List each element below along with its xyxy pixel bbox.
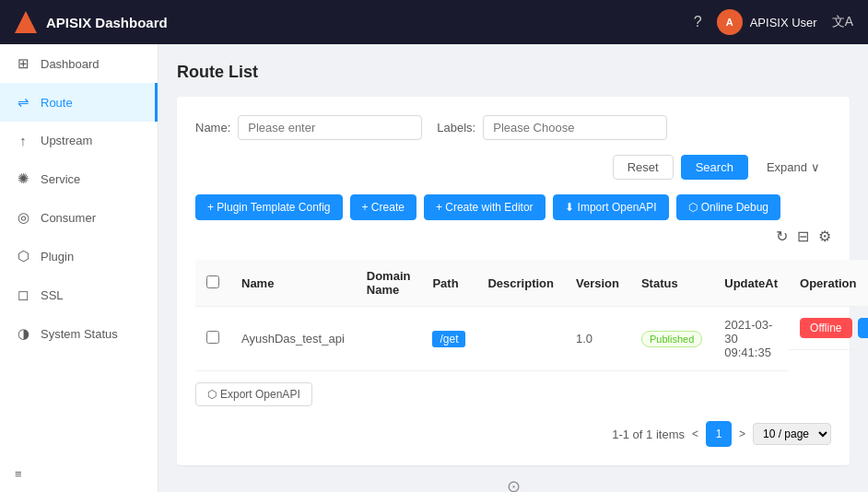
sidebar-label-upstream: Upstream (41, 134, 92, 147)
col-operation: Operation (789, 260, 868, 307)
github-icon: ⊙ (188, 476, 839, 492)
row-checkbox[interactable] (206, 331, 219, 344)
export-section: ⬡ Export OpenAPI (195, 382, 831, 406)
name-label: Name: (195, 121, 230, 135)
col-description: Description (476, 260, 565, 307)
col-status: Status (630, 260, 713, 307)
toolbar-row: + Plugin Template Config + Create + Crea… (195, 194, 831, 245)
sidebar-collapse[interactable]: ≡ (0, 456, 158, 492)
col-domain-name: Domain Name (356, 260, 422, 307)
search-button[interactable]: Search (681, 155, 748, 180)
user-name: APISIX User (750, 16, 817, 29)
route-icon: ⇌ (15, 94, 31, 111)
footer: ⊙ Copyright © 2021 Apache APISIX (177, 465, 850, 492)
sidebar-label-consumer: Consumer (41, 211, 96, 225)
create-editor-button[interactable]: + Create with Editor (424, 194, 545, 220)
columns-icon[interactable]: ⊟ (797, 228, 809, 245)
language-switcher[interactable]: 文A (832, 14, 853, 30)
system-status-icon: ◑ (15, 325, 31, 342)
expand-label: Expand (767, 160, 807, 174)
export-label: Export OpenAPI (220, 388, 300, 401)
toolbar-icons: ↻ ⊟ ⚙ (776, 228, 831, 245)
sidebar-item-plugin[interactable]: ⬡ Plugin (0, 237, 158, 275)
col-path: Path (421, 260, 476, 307)
sidebar-label-dashboard: Dashboard (41, 57, 100, 71)
row-path: /get (421, 307, 476, 371)
expand-button[interactable]: Expand ∨ (756, 156, 831, 179)
sidebar: ⊞ Dashboard ⇌ Route ↑ Upstream ✺ Service… (0, 44, 158, 492)
pagination-page-1[interactable]: 1 (706, 421, 732, 447)
col-name: Name (230, 260, 356, 307)
settings-icon[interactable]: ⚙ (818, 228, 831, 245)
pagination-prev[interactable]: < (692, 428, 698, 440)
col-checkbox (195, 260, 230, 307)
path-tag: /get (432, 331, 465, 347)
export-button[interactable]: ⬡ Export OpenAPI (195, 382, 312, 406)
sidebar-label-route: Route (41, 96, 73, 110)
row-updated-at: 2021-03-30 09:41:35 (713, 307, 789, 371)
name-filter-group: Name: (195, 115, 422, 140)
edit-button[interactable]: Edit (858, 318, 868, 338)
sidebar-item-ssl[interactable]: ◻ SSL (0, 275, 158, 314)
create-button[interactable]: + Create (350, 194, 416, 220)
table-header-row: Name Domain Name Path Description Versio… (195, 260, 868, 307)
upstream-icon: ↑ (15, 133, 31, 148)
header-right: ? A APISIX User 文A (694, 9, 853, 35)
row-checkbox-cell (195, 307, 230, 371)
select-all-checkbox[interactable] (206, 275, 219, 288)
sidebar-label-plugin: Plugin (41, 250, 74, 264)
pagination-info: 1-1 of 1 items (612, 428, 685, 441)
import-label: Import OpenAPI (578, 201, 657, 214)
sidebar-item-service[interactable]: ✺ Service (0, 159, 158, 198)
pagination-next[interactable]: > (739, 428, 745, 440)
row-operations: Offline Edit View Delete (789, 307, 868, 350)
sidebar-item-consumer[interactable]: ◎ Consumer (0, 198, 158, 237)
sidebar-label-service: Service (41, 172, 80, 186)
layout: ⊞ Dashboard ⇌ Route ↑ Upstream ✺ Service… (0, 44, 868, 492)
dashboard-icon: ⊞ (15, 55, 31, 72)
pagination-row: 1-1 of 1 items < 1 > 10 / page 20 / page… (195, 421, 831, 447)
sidebar-item-route[interactable]: ⇌ Route (0, 83, 158, 122)
offline-button[interactable]: Offline (800, 318, 851, 338)
header: APISIX Dashboard ? A APISIX User 文A (0, 0, 868, 44)
app-title: APISIX Dashboard (46, 15, 168, 30)
row-description (476, 307, 565, 371)
sidebar-item-upstream[interactable]: ↑ Upstream (0, 122, 158, 159)
user-menu[interactable]: A APISIX User (717, 9, 817, 35)
plugin-template-button[interactable]: + Plugin Template Config (195, 194, 343, 220)
debug-button[interactable]: ⬡ Online Debug (676, 194, 780, 220)
consumer-icon: ◎ (15, 209, 31, 226)
plugin-icon: ⬡ (15, 248, 31, 264)
chevron-down-icon: ∨ (811, 160, 820, 174)
main-content: Route List Name: Labels: Reset Search Ex… (158, 44, 868, 492)
header-left: APISIX Dashboard (15, 11, 168, 33)
refresh-icon[interactable]: ↻ (776, 228, 788, 245)
help-icon[interactable]: ? (694, 14, 702, 30)
route-list-card: Name: Labels: Reset Search Expand ∨ (177, 97, 850, 465)
apisix-logo (15, 11, 37, 33)
service-icon: ✺ (15, 170, 31, 187)
collapse-icon: ≡ (15, 467, 22, 481)
sidebar-item-system-status[interactable]: ◑ System Status (0, 314, 158, 353)
row-domain-name (356, 307, 422, 371)
reset-button[interactable]: Reset (613, 155, 674, 180)
debug-icon: ⬡ (688, 201, 698, 214)
row-name: AyushDas_test_api (230, 307, 356, 371)
filter-row: Name: Labels: Reset Search Expand ∨ (195, 115, 831, 180)
sidebar-item-dashboard[interactable]: ⊞ Dashboard (0, 44, 158, 83)
name-input[interactable] (238, 115, 422, 140)
col-version: Version (565, 260, 630, 307)
labels-filter-group: Labels: (437, 115, 667, 140)
ssl-icon: ◻ (15, 287, 31, 303)
import-button[interactable]: ⬇ Import OpenAPI (553, 194, 669, 220)
table-row: AyushDas_test_api /get 1.0 Published 202… (195, 307, 868, 371)
export-icon: ⬡ (207, 388, 217, 401)
labels-input[interactable] (483, 115, 667, 140)
row-status: Published (630, 307, 713, 371)
filter-actions: Reset Search Expand ∨ (613, 155, 831, 180)
sidebar-label-system-status: System Status (41, 327, 118, 341)
page-size-select[interactable]: 10 / page 20 / page 50 / page (753, 423, 831, 445)
labels-label: Labels: (437, 121, 475, 135)
col-updated-at: UpdateAt (713, 260, 789, 307)
route-table: Name Domain Name Path Description Versio… (195, 260, 868, 371)
